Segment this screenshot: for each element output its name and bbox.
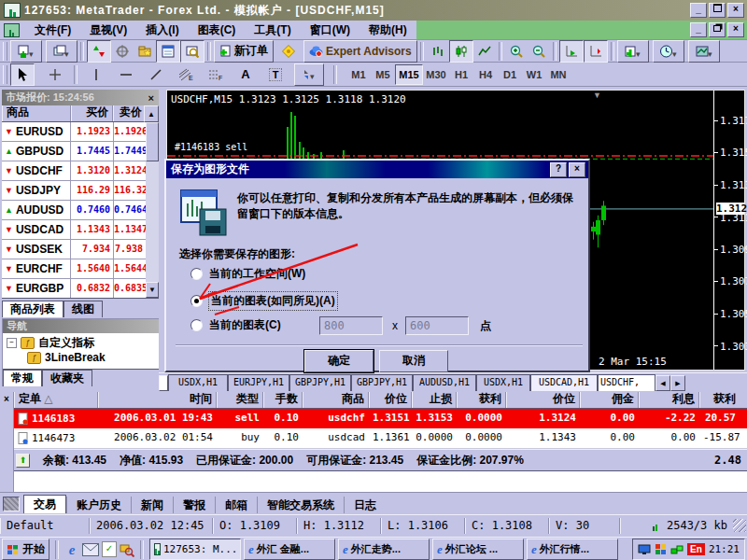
menu-help[interactable]: 帮助(H): [359, 22, 416, 38]
data-window-button[interactable]: [156, 40, 180, 63]
col-commission[interactable]: 佣金: [580, 392, 639, 408]
market-watch-scrollbar[interactable]: ▼: [146, 122, 159, 298]
chart-shift-button[interactable]: [584, 40, 608, 63]
chart-tab[interactable]: GBPJPY,H1: [351, 374, 413, 391]
toolbar2-grip[interactable]: [3, 65, 7, 84]
task-ie-3[interactable]: e 外汇论坛 ...: [432, 539, 524, 560]
menu-insert[interactable]: 插入(I): [136, 22, 188, 38]
market-watch-scroll-down[interactable]: ▼: [146, 282, 159, 298]
market-watch-row[interactable]: ▼USDCHF1.31201.3124: [2, 161, 146, 181]
dialog-titlebar[interactable]: 保存为图形文件 ? ×: [166, 161, 588, 178]
col-open-price[interactable]: 价位: [369, 392, 412, 408]
market-watch-scroll-up[interactable]: ▲: [144, 105, 159, 122]
timeframe-h1-button[interactable]: H1: [449, 65, 473, 84]
chart-tabs-scroll-right[interactable]: ▶: [670, 375, 685, 391]
order-row-selected[interactable]: 1146183 2006.03.01 19:43 sell 0.10 usdch…: [14, 409, 747, 428]
radio-as-seen-label[interactable]: 当前的图表(如同所见)(A): [209, 292, 337, 310]
history-center-button[interactable]: [134, 41, 156, 62]
timeframe-h4-button[interactable]: H4: [473, 65, 498, 84]
quicklaunch-mail-icon[interactable]: [82, 543, 99, 556]
menu-charts[interactable]: 图表(C): [189, 22, 246, 38]
tab-alerts[interactable]: 警报: [173, 497, 215, 513]
dialog-help-button[interactable]: ?: [550, 162, 567, 177]
profiles-button[interactable]: ▾: [46, 40, 78, 63]
fibonacci-tool-button[interactable]: F: [204, 64, 227, 85]
market-watch-row[interactable]: ▼EURUSD1.19231.1926: [2, 122, 146, 142]
close-button[interactable]: ×: [727, 3, 744, 18]
periods-button[interactable]: ▾: [653, 40, 684, 63]
collapse-icon[interactable]: −: [7, 338, 17, 348]
radio-chart-as-seen[interactable]: 当前的图表(如同所见)(A): [190, 292, 337, 310]
templates-button[interactable]: ▾: [688, 40, 720, 63]
text-label-tool-button[interactable]: T: [264, 64, 287, 85]
tray-language-indicator[interactable]: En: [687, 543, 705, 555]
line-chart-button[interactable]: [473, 41, 496, 62]
summary-expand-icon[interactable]: ⬆: [16, 454, 30, 468]
col-sl[interactable]: 止损: [412, 392, 457, 408]
task-ie-2[interactable]: e 外汇走势...: [338, 539, 430, 560]
quicklaunch-search-icon[interactable]: [120, 542, 134, 557]
market-watch-row[interactable]: ▼USDJPY116.29116.32: [2, 181, 146, 201]
tab-account-history[interactable]: 账户历史: [66, 497, 131, 513]
task-metatrader[interactable]: 127653: M...: [149, 539, 241, 560]
tray-shield-icon[interactable]: [655, 543, 667, 555]
col-type[interactable]: 类型: [217, 392, 263, 408]
chart-tab[interactable]: USDX,H1: [168, 374, 228, 391]
child-minimize-button[interactable]: _: [690, 22, 707, 37]
minimize-button[interactable]: _: [690, 3, 707, 18]
zoom-out-button[interactable]: [528, 41, 550, 62]
tab-experts[interactable]: 智能交易系统: [257, 497, 344, 513]
chart-tab[interactable]: USDX,H1: [476, 374, 530, 391]
crosshair-tool-button[interactable]: [44, 64, 66, 85]
menu-file[interactable]: 文件(F): [25, 22, 80, 38]
tab-mailbox[interactable]: 邮箱: [215, 497, 257, 513]
market-watch-button[interactable]: [87, 40, 111, 63]
timeframe-mn-button[interactable]: MN: [546, 65, 571, 84]
market-watch-row[interactable]: ▼USDCAD1.13431.1347: [2, 220, 146, 240]
chart-tab-scroll-left-pad[interactable]: [159, 375, 168, 391]
arrows-tool-button[interactable]: ▾: [294, 63, 324, 86]
market-watch-titlebar[interactable]: 市场报价: 15:24:56 ×: [2, 90, 159, 105]
market-watch-row[interactable]: ▼EURCHF1.56401.5644: [2, 259, 146, 279]
height-field[interactable]: 600: [405, 316, 469, 335]
timeframe-m1-button[interactable]: M1: [346, 65, 371, 84]
radio-workspace[interactable]: 当前的工作空间(W): [190, 266, 305, 282]
col-ask[interactable]: 卖价: [113, 105, 144, 121]
radio-custom-label[interactable]: 当前的图表(C): [209, 317, 281, 333]
timeframe-m15-button[interactable]: M15: [395, 64, 423, 85]
col-time[interactable]: 时间: [98, 392, 217, 408]
tab-common[interactable]: 常规: [3, 370, 42, 386]
col-swap[interactable]: 利息: [639, 392, 699, 408]
col-tp[interactable]: 获利: [457, 392, 506, 408]
task-ie-1[interactable]: e 外汇 金融...: [244, 539, 335, 560]
metaeditor-button[interactable]: [277, 41, 300, 62]
navigator-titlebar[interactable]: 导航: [3, 319, 160, 333]
toolbar-grip[interactable]: [3, 42, 7, 61]
chart-tab[interactable]: AUDUSD,H1: [413, 374, 476, 391]
timeframe-m30-button[interactable]: M30: [423, 65, 449, 84]
start-button[interactable]: 开始: [2, 539, 49, 560]
radio-workspace-label[interactable]: 当前的工作空间(W): [209, 266, 305, 282]
timeframe-m5-button[interactable]: M5: [371, 65, 395, 84]
radio-as-seen-circle[interactable]: [190, 295, 203, 307]
new-order-button[interactable]: 新订单: [214, 40, 274, 63]
text-tool-button[interactable]: A: [234, 64, 257, 85]
market-watch-row[interactable]: ▼USDSEK7.9347.938: [2, 240, 146, 259]
bar-chart-button[interactable]: [427, 41, 449, 62]
resize-grip[interactable]: [733, 519, 746, 532]
child-restore-button[interactable]: [709, 22, 726, 37]
strategy-tester-button[interactable]: [180, 40, 204, 63]
indicators-button[interactable]: ▾: [617, 40, 649, 63]
scroll-thumb[interactable]: [146, 122, 159, 161]
col-price[interactable]: 价位: [506, 392, 580, 408]
cursor-tool-button[interactable]: [10, 63, 35, 86]
trendline-tool-button[interactable]: [145, 64, 167, 85]
order-row[interactable]: 1146473 2006.03.02 01:54 buy 0.10 usdcad…: [14, 428, 747, 449]
auto-scroll-button[interactable]: [559, 40, 584, 63]
tab-news[interactable]: 新闻: [131, 497, 173, 513]
radio-chart-custom[interactable]: 当前的图表(C): [190, 317, 281, 333]
market-watch-row[interactable]: ▲AUDUSD0.74600.7464: [2, 201, 146, 220]
chart-tab[interactable]: USDCAD,H1: [530, 374, 598, 391]
chart-tab[interactable]: GBPJPY,H1: [289, 374, 351, 391]
candlestick-button[interactable]: [449, 40, 473, 63]
